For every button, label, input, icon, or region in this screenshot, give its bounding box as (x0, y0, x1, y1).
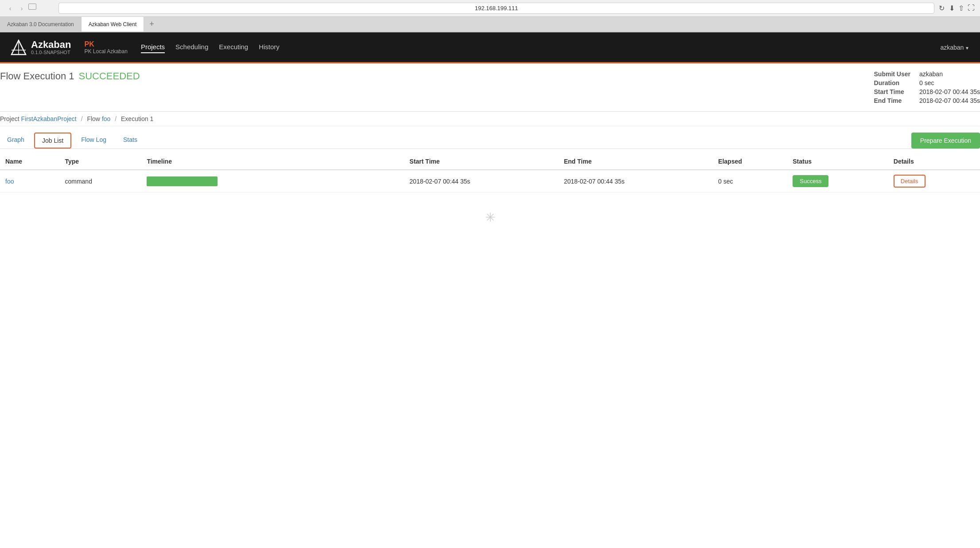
duration-label: Duration (874, 79, 910, 86)
execution-status-badge: SUCCEEDED (79, 70, 140, 82)
job-name-link[interactable]: foo (5, 178, 14, 185)
user-menu[interactable]: azkaban (940, 44, 969, 51)
col-type: Type (59, 153, 141, 170)
reload-button[interactable]: ↻ (939, 4, 945, 12)
prepare-execution-button[interactable]: Prepare Execution (911, 133, 980, 149)
tab-stats[interactable]: Stats (116, 133, 144, 149)
breadcrumb-flow-label: Flow (87, 115, 100, 122)
nav-executing[interactable]: Executing (219, 41, 248, 53)
end-time-value: 2018-02-07 00:44 35s (919, 97, 980, 104)
execution-title-text: Flow Execution 1 (0, 70, 74, 82)
brand-sub: PK Local Azkaban (84, 48, 127, 55)
details-button[interactable]: Details (894, 175, 926, 188)
job-list-table-container: Name Type Timeline Start Time End Time E… (0, 153, 980, 251)
browser-nav-buttons: ‹ › (5, 4, 36, 13)
tab-list: Graph Job List Flow Log Stats (0, 133, 144, 149)
col-name: Name (0, 153, 59, 170)
execution-header: Flow Execution 1 SUCCEEDED Submit User a… (0, 63, 980, 112)
app-name: Azkaban (31, 40, 71, 50)
breadcrumb-project-label: Project (0, 115, 19, 122)
breadcrumb-flow-link[interactable]: foo (102, 115, 110, 122)
tab-flow-log[interactable]: Flow Log (74, 133, 113, 149)
browser-chrome: ‹ › 192.168.199.111 ↻ ⬇ ⇧ ⛶ Azkaban 3.0 … (0, 0, 980, 32)
tab-webclient[interactable]: Azkaban Web Client (82, 17, 144, 31)
table-row: foo command 2018-02-07 00:44 35s 2018-02… (0, 170, 980, 192)
job-timeline-cell (141, 170, 404, 192)
job-list-table: Name Type Timeline Start Time End Time E… (0, 153, 980, 192)
end-time-label: End Time (874, 97, 910, 104)
nav-projects[interactable]: Projects (141, 41, 165, 53)
start-time-value: 2018-02-07 00:44 35s (919, 88, 980, 95)
submit-user-value: azkaban (919, 70, 980, 78)
share-button[interactable]: ⇧ (958, 4, 964, 12)
nav-history[interactable]: History (259, 41, 280, 53)
start-time-label: Start Time (874, 88, 910, 95)
duration-value: 0 sec (919, 79, 980, 86)
tab-documentation[interactable]: Azkaban 3.0 Documentation (0, 17, 82, 31)
new-tab-button[interactable]: + (144, 17, 159, 31)
breadcrumb-sep-2: / (115, 115, 117, 122)
job-elapsed-cell: 0 sec (713, 170, 787, 192)
loading-spinner: ✳ (0, 192, 980, 243)
breadcrumb-sep-1: / (81, 115, 83, 122)
col-details: Details (888, 153, 980, 170)
browser-actions: ⬇ ⇧ ⛶ (949, 4, 975, 12)
brand-pk: PK (84, 40, 127, 48)
job-end-time-cell: 2018-02-07 00:44 35s (559, 170, 713, 192)
tab-graph[interactable]: Graph (0, 133, 31, 149)
tab-overview-button[interactable] (28, 4, 36, 10)
app-header: Azkaban 0.1.0-SNAPSHOT PK PK Local Azkab… (0, 32, 980, 63)
job-name-cell: foo (0, 170, 59, 192)
timeline-bar-container (147, 175, 257, 188)
job-details-cell: Details (888, 170, 980, 192)
forward-button[interactable]: › (17, 4, 27, 13)
back-button[interactable]: ‹ (5, 4, 15, 13)
job-type-cell: command (59, 170, 141, 192)
breadcrumb-project-link[interactable]: FirstAzkabanProject (21, 115, 76, 122)
execution-meta: Submit User azkaban Duration 0 sec Start… (874, 70, 980, 104)
job-start-time-cell: 2018-02-07 00:44 35s (404, 170, 558, 192)
download-button[interactable]: ⬇ (949, 4, 955, 12)
fullscreen-button[interactable]: ⛶ (968, 4, 975, 12)
execution-title: Flow Execution 1 SUCCEEDED (0, 70, 140, 82)
app-logo: Azkaban 0.1.0-SNAPSHOT (11, 39, 71, 55)
col-elapsed: Elapsed (713, 153, 787, 170)
browser-toolbar: ‹ › 192.168.199.111 ↻ ⬇ ⇧ ⛶ (0, 0, 980, 17)
timeline-bar (147, 176, 218, 186)
col-start-time: Start Time (404, 153, 558, 170)
job-status-cell: Success (787, 170, 888, 192)
table-header-row: Name Type Timeline Start Time End Time E… (0, 153, 980, 170)
app-nav: Projects Scheduling Executing History (141, 41, 940, 53)
app-version: 0.1.0-SNAPSHOT (31, 50, 71, 55)
browser-tab-bar: Azkaban 3.0 Documentation Azkaban Web Cl… (0, 17, 980, 32)
breadcrumb: Project FirstAzkabanProject / Flow foo /… (0, 112, 980, 126)
url-bar[interactable]: 192.168.199.111 (58, 3, 934, 14)
nav-scheduling[interactable]: Scheduling (175, 41, 208, 53)
azkaban-logo-icon (11, 39, 27, 55)
col-status: Status (787, 153, 888, 170)
breadcrumb-execution: Execution 1 (121, 115, 153, 122)
col-timeline: Timeline (141, 153, 404, 170)
status-button[interactable]: Success (793, 175, 828, 187)
col-end-time: End Time (559, 153, 713, 170)
app-brand: PK PK Local Azkaban (84, 40, 127, 55)
submit-user-label: Submit User (874, 70, 910, 78)
tab-job-list[interactable]: Job List (34, 133, 71, 149)
tabs-area: Graph Job List Flow Log Stats Prepare Ex… (0, 126, 980, 149)
